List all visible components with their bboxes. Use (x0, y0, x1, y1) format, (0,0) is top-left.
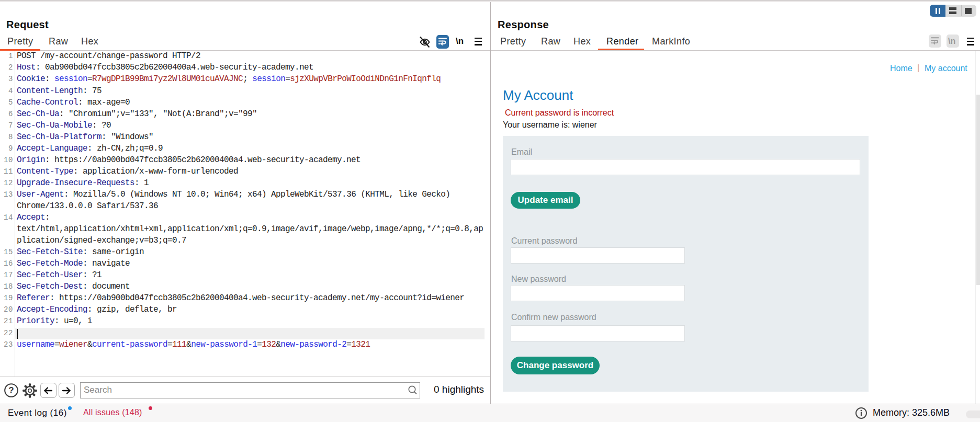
svg-text:?: ? (8, 385, 14, 395)
